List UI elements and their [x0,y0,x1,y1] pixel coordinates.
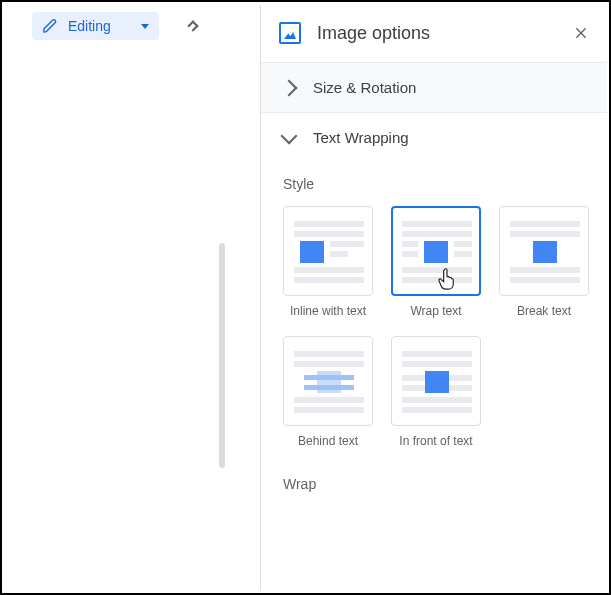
close-panel-button[interactable] [571,23,591,43]
svg-rect-6 [294,277,364,283]
wrap-heading: Wrap [283,476,589,492]
svg-rect-33 [402,407,472,413]
svg-rect-2 [300,241,324,263]
svg-rect-20 [510,277,580,283]
svg-rect-0 [294,221,364,227]
svg-rect-4 [330,251,348,257]
collapse-toolbar-button[interactable] [179,12,207,40]
svg-rect-15 [402,277,472,283]
wrap-thumbnail [402,217,472,287]
svg-rect-14 [402,267,472,273]
svg-rect-24 [304,375,354,380]
option-label-front: In front of text [399,434,472,448]
section-title-size-rotation: Size & Rotation [313,79,416,96]
editing-mode-label: Editing [68,18,111,34]
svg-rect-12 [454,241,472,247]
svg-rect-23 [294,361,364,367]
svg-rect-3 [330,241,364,247]
image-icon [279,22,301,44]
svg-rect-19 [510,267,580,273]
svg-rect-29 [402,361,472,367]
chevron-down-icon [281,127,298,144]
close-icon [573,25,589,41]
front-thumbnail [402,347,472,417]
panel-title: Image options [317,23,555,44]
inline-thumbnail [294,217,364,287]
svg-rect-16 [510,221,580,227]
svg-rect-26 [294,397,364,403]
option-label-behind: Behind text [298,434,358,448]
option-label-wrap: Wrap text [410,304,461,318]
svg-rect-8 [402,231,472,237]
svg-rect-32 [402,397,472,403]
section-size-rotation[interactable]: Size & Rotation [261,62,607,113]
svg-rect-1 [294,231,364,237]
svg-rect-7 [402,221,472,227]
svg-rect-28 [402,351,472,357]
option-behind-text[interactable] [283,336,373,426]
svg-rect-9 [402,241,418,247]
svg-rect-34 [425,371,449,393]
svg-rect-11 [424,241,448,263]
caret-down-icon [141,24,149,29]
svg-rect-18 [533,241,557,263]
option-break-text[interactable] [499,206,589,296]
svg-rect-5 [294,267,364,273]
option-in-front-of-text[interactable] [391,336,481,426]
section-title-text-wrapping: Text Wrapping [313,129,409,146]
option-label-inline: Inline with text [290,304,366,318]
scrollbar-thumb[interactable] [219,243,225,468]
behind-thumbnail [294,347,364,417]
svg-rect-25 [304,385,354,390]
break-thumbnail [510,217,580,287]
style-heading: Style [283,176,589,192]
chevron-right-icon [281,79,298,96]
option-inline-with-text[interactable] [283,206,373,296]
option-label-break: Break text [517,304,571,318]
svg-rect-22 [294,351,364,357]
image-options-panel: Image options Size & Rotation Text Wrapp… [261,4,607,591]
svg-rect-10 [402,251,418,257]
svg-rect-17 [510,231,580,237]
section-text-wrapping[interactable]: Text Wrapping [261,113,607,162]
style-options-grid: Inline with text [283,206,589,448]
option-wrap-text[interactable] [391,206,481,296]
svg-rect-27 [294,407,364,413]
svg-rect-13 [454,251,472,257]
editing-mode-button[interactable]: Editing [32,12,159,40]
pencil-icon [42,18,58,34]
chevron-up-icon [187,20,198,31]
